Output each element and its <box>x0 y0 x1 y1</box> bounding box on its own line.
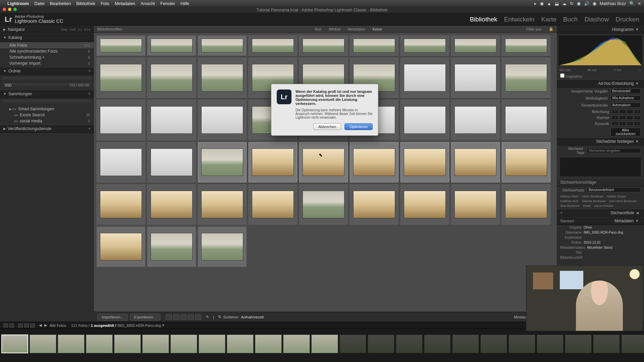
kwlist-header[interactable]: + Stichwortliste ◀ <box>557 209 644 217</box>
grid-cell[interactable] <box>350 184 398 225</box>
grid-cell[interactable] <box>350 36 398 56</box>
menu-view[interactable]: Ansicht <box>141 1 155 6</box>
drive-bar[interactable]: SSD 193 / 500 GB <box>3 83 91 88</box>
filter-off[interactable]: Filter aus <box>526 27 541 31</box>
nav-fwd-icon[interactable]: ▶ <box>44 323 47 327</box>
grid-cell[interactable] <box>198 227 247 267</box>
filter-attribute[interactable]: Attribut <box>329 27 340 31</box>
filmstrip-thumb[interactable] <box>227 335 254 353</box>
menu-edit[interactable]: Bearbeiten <box>50 1 71 6</box>
grid-cell[interactable] <box>451 100 500 140</box>
grid-cell[interactable] <box>299 36 348 56</box>
person-tag[interactable]: Natalie Geiger <box>607 195 626 198</box>
status-icon[interactable]: ◉ <box>540 1 544 6</box>
module-map[interactable]: Karte <box>541 16 556 23</box>
filmstrip-thumb[interactable] <box>537 335 564 353</box>
filmstrip-thumb[interactable] <box>30 335 56 353</box>
filmstrip-thumb[interactable] <box>1 335 28 353</box>
module-book[interactable]: Buch <box>563 16 578 23</box>
wifi-icon[interactable]: ◉ <box>577 1 581 6</box>
grid-cell[interactable] <box>400 184 449 225</box>
people-view-icon[interactable] <box>195 314 201 320</box>
filter-lock-icon[interactable]: 🔒 <box>549 27 553 31</box>
sort-value[interactable]: Aufnahmezeit <box>241 315 264 319</box>
module-develop[interactable]: Entwickeln <box>504 16 535 23</box>
grid-cell[interactable] <box>147 36 196 56</box>
histogram[interactable] <box>559 36 642 66</box>
grid-cell[interactable] <box>350 142 398 182</box>
volume-icon[interactable]: 🔊 <box>584 1 589 6</box>
compare-view-icon[interactable] <box>180 314 186 320</box>
md-caption[interactable] <box>584 256 641 259</box>
catalog-synced[interactable]: Alle synchronisierten Fotos0 <box>0 48 94 54</box>
grid-cell[interactable] <box>400 58 449 98</box>
menu-extra-icon[interactable]: ≡ <box>638 1 641 6</box>
menu-window[interactable]: Fenster <box>160 1 175 6</box>
clarity-steppers[interactable]: ‹‹‹››› <box>612 116 641 120</box>
grid-cell-selected[interactable] <box>198 142 247 182</box>
grid-cell[interactable] <box>299 142 348 182</box>
person-tag[interactable]: Laura Polsäter <box>594 204 614 207</box>
md-copyname[interactable] <box>584 236 641 239</box>
status-icon[interactable]: ▲ <box>547 1 551 6</box>
filmstrip-thumb[interactable] <box>170 335 197 353</box>
original-checkbox[interactable] <box>560 73 565 78</box>
filmstrip-thumb[interactable] <box>311 335 338 353</box>
person-tag[interactable]: Sina Benkeser <box>560 204 580 207</box>
social-media[interactable]: ▭social media 0 <box>0 118 94 124</box>
search-folders[interactable] <box>3 77 91 82</box>
publish-header[interactable]: ▶ Veröffentlichungsdienste + <box>0 125 94 133</box>
filmstrip-thumb[interactable] <box>508 335 535 353</box>
layout-icon[interactable] <box>18 323 23 327</box>
folders-header[interactable]: ▼ Ordner + <box>0 67 94 75</box>
md-folder[interactable]: 2018-12-01 <box>584 241 641 244</box>
user-name[interactable]: Matthias Butz <box>600 1 626 6</box>
keywords-header[interactable]: Stichwörter festlegen ▼ <box>557 137 644 145</box>
grid-cell[interactable] <box>400 142 449 182</box>
grid-cell[interactable] <box>97 142 145 182</box>
filmstrip-thumb[interactable] <box>255 335 282 353</box>
kwset-dropdown[interactable]: Benutzerdefiniert <box>587 187 641 192</box>
grid-cell[interactable] <box>502 58 550 98</box>
filmstrip-thumb[interactable] <box>565 335 592 353</box>
grid-cell[interactable] <box>400 100 449 140</box>
source-label[interactable]: Alle Fotos <box>50 323 66 327</box>
filmstrip-thumb[interactable] <box>199 335 225 353</box>
reset-all-button[interactable]: Alles zurücksetzen <box>610 128 641 136</box>
filter-text[interactable]: Text <box>315 27 321 31</box>
smart-collections[interactable]: ▸ ▭Smart-Sammlungen <box>0 106 94 112</box>
grid-cell[interactable] <box>502 36 550 56</box>
layout-icon[interactable] <box>30 323 35 327</box>
collections-header[interactable]: ▼ Sammlungen + <box>0 90 94 98</box>
person-tag[interactable]: Karl Heinz Benkeser <box>609 199 637 203</box>
grid-cell[interactable] <box>249 36 297 56</box>
keyword-box[interactable] <box>559 157 641 177</box>
md-preset[interactable]: Ohne <box>584 226 641 229</box>
person-tag[interactable]: Matthias Butz <box>560 199 579 203</box>
filmstrip-thumb[interactable] <box>396 335 423 353</box>
filmstrip-thumb[interactable] <box>86 335 113 353</box>
filmstrip-thumb[interactable] <box>339 335 366 353</box>
grid-cell[interactable] <box>147 184 196 225</box>
grid-cell[interactable] <box>451 58 500 98</box>
import-button[interactable]: Importieren... <box>97 314 128 320</box>
add-publish-icon[interactable]: + <box>88 126 91 131</box>
menu-metadata[interactable]: Metadaten <box>115 1 135 6</box>
grid-cell[interactable] <box>502 100 550 140</box>
grid-cell[interactable] <box>249 142 297 182</box>
filmstrip-thumb[interactable] <box>424 335 451 353</box>
tone-dropdown[interactable]: Automatisch <box>610 103 641 108</box>
filmstrip-thumb[interactable] <box>114 335 141 353</box>
cancel-button[interactable]: Abbrechen <box>313 123 341 130</box>
display-2-icon[interactable] <box>9 323 14 327</box>
person-tag[interactable]: Aileen Benkeser <box>582 195 604 198</box>
grid-cell[interactable] <box>198 36 247 56</box>
menu-help[interactable]: Hilfe <box>180 1 189 6</box>
catalog-quick[interactable]: Schnellsammlung +0 <box>0 54 94 60</box>
dropbox-icon[interactable]: ⬓ <box>555 1 559 6</box>
grid-cell[interactable] <box>198 58 247 98</box>
kw-suggest-header[interactable]: Stichwortvorschläge <box>557 178 644 186</box>
grid-cell[interactable] <box>147 142 196 182</box>
optimize-button[interactable]: Optimieren <box>344 123 373 130</box>
survey-view-icon[interactable] <box>188 314 194 320</box>
